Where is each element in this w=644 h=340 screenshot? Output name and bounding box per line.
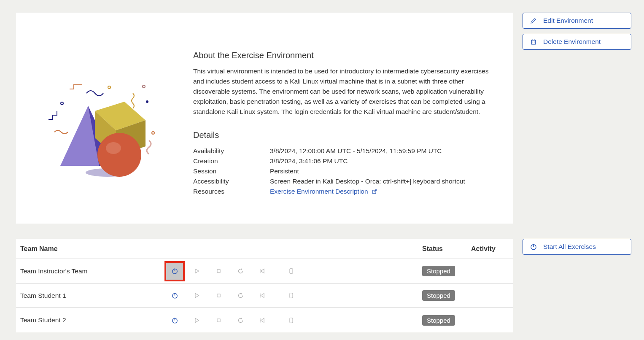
header-activity: Activity — [471, 245, 509, 253]
edit-environment-label: Edit Environment — [543, 17, 593, 24]
stop-button[interactable] — [210, 312, 227, 329]
play-button[interactable] — [188, 287, 205, 304]
status-badge: Stopped — [422, 266, 455, 276]
skip-back-icon — [259, 317, 266, 324]
status-badge: Stopped — [422, 290, 455, 301]
svg-point-18 — [146, 100, 148, 103]
environment-illustration — [38, 30, 169, 197]
restart-icon — [237, 267, 244, 275]
svg-point-17 — [143, 85, 145, 88]
team-row: Team Student 2 Stopped — [16, 308, 513, 332]
stop-button[interactable] — [210, 263, 227, 280]
about-description: This virtual environment is intended to … — [193, 66, 491, 117]
skip-back-icon — [259, 267, 266, 275]
delete-environment-button[interactable]: Delete Environment — [523, 34, 631, 50]
team-name-cell: Team Student 2 — [20, 316, 166, 324]
power-icon — [171, 292, 178, 299]
delete-environment-label: Delete Environment — [543, 38, 601, 46]
svg-point-16 — [108, 86, 110, 89]
restart-button[interactable] — [232, 263, 249, 280]
stop-icon — [215, 267, 222, 275]
device-icon — [288, 267, 295, 275]
reset-button[interactable] — [254, 287, 271, 304]
restart-button[interactable] — [232, 287, 249, 304]
restart-button[interactable] — [232, 312, 249, 329]
power-icon — [530, 243, 537, 251]
open-console-button[interactable] — [283, 263, 299, 280]
restart-icon — [237, 292, 244, 299]
play-button[interactable] — [188, 312, 205, 329]
header-status: Status — [422, 245, 471, 253]
label-accessibility: Accessibility — [193, 178, 270, 185]
restart-icon — [237, 317, 244, 324]
reset-button[interactable] — [254, 312, 271, 329]
start-all-exercises-button[interactable]: Start All Exercises — [523, 239, 631, 255]
label-availability: Availability — [193, 147, 270, 155]
play-button[interactable] — [188, 263, 205, 280]
about-heading: About the Exercise Environment — [193, 51, 491, 60]
status-badge: Stopped — [422, 315, 455, 326]
power-button[interactable] — [166, 287, 183, 304]
svg-point-15 — [61, 102, 63, 105]
external-link-icon — [372, 189, 377, 194]
skip-back-icon — [259, 292, 266, 299]
team-row: Team Instructor's Team Stopped — [16, 259, 513, 283]
team-name-cell: Team Student 1 — [20, 292, 166, 300]
teams-table: Team Name Status Activity Team Instructo… — [16, 239, 513, 332]
value-accessibility: Screen Reader in Kali Desktop - Orca: ct… — [270, 178, 465, 185]
resources-link-text: Exercise Environment Description — [270, 188, 368, 195]
pencil-icon — [530, 17, 537, 24]
device-icon — [288, 317, 295, 324]
header-team-name: Team Name — [20, 245, 166, 253]
stop-icon — [215, 317, 222, 324]
svg-point-27 — [106, 142, 121, 154]
label-creation: Creation — [193, 157, 270, 165]
value-availability: 3/8/2024, 12:00:00 AM UTC - 5/15/2024, 1… — [270, 147, 442, 155]
value-session: Persistent — [270, 167, 299, 175]
play-icon — [193, 267, 200, 275]
open-console-button[interactable] — [283, 312, 299, 329]
play-icon — [193, 317, 200, 324]
power-button[interactable] — [166, 263, 183, 280]
start-all-exercises-label: Start All Exercises — [543, 243, 596, 251]
label-session: Session — [193, 167, 270, 175]
power-button[interactable] — [166, 312, 183, 329]
power-icon — [171, 317, 178, 324]
value-creation: 3/8/2024, 3:41:06 PM UTC — [270, 157, 348, 165]
edit-environment-button[interactable]: Edit Environment — [523, 13, 631, 29]
team-name-cell: Team Instructor's Team — [20, 267, 166, 275]
svg-point-19 — [152, 132, 154, 134]
play-icon — [193, 292, 200, 299]
stop-icon — [215, 292, 222, 299]
details-heading: Details — [193, 130, 491, 140]
label-resources: Resources — [193, 188, 270, 195]
power-icon — [171, 267, 178, 275]
open-console-button[interactable] — [283, 287, 299, 304]
svg-point-26 — [97, 133, 141, 177]
trash-icon — [530, 38, 537, 46]
reset-button[interactable] — [254, 263, 271, 280]
team-row: Team Student 1 Stopped — [16, 283, 513, 308]
stop-button[interactable] — [210, 287, 227, 304]
about-card: About the Exercise Environment This virt… — [16, 13, 513, 224]
resources-link[interactable]: Exercise Environment Description — [270, 188, 377, 195]
device-icon — [288, 292, 295, 299]
